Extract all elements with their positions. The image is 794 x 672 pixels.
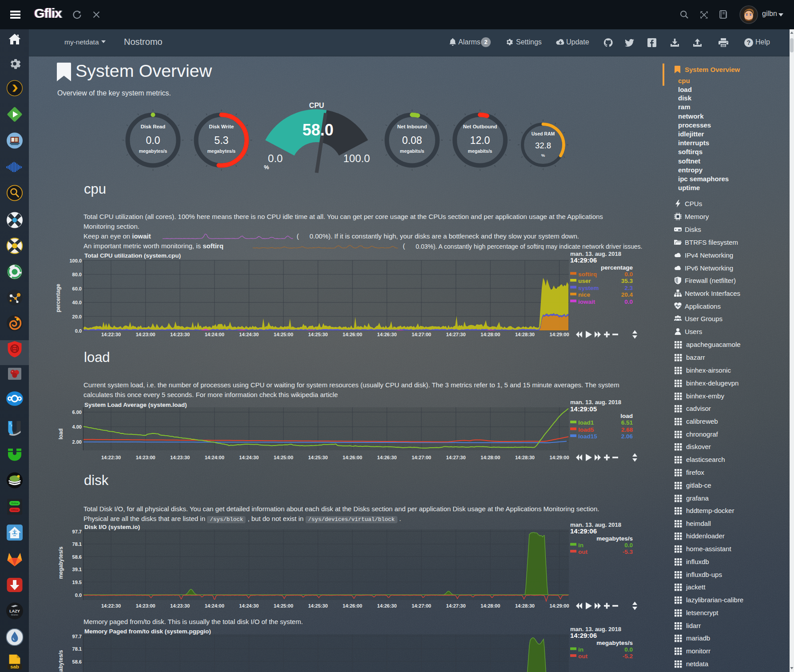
svg-text:-5.3: -5.3 bbox=[623, 549, 633, 555]
svg-text:Net Inbound: Net Inbound bbox=[397, 124, 427, 129]
svg-text:2.68: 2.68 bbox=[621, 426, 633, 433]
svg-text:2.00: 2.00 bbox=[72, 439, 82, 445]
svg-text:14:27:30: 14:27:30 bbox=[446, 455, 466, 460]
svg-text:percentage: percentage bbox=[55, 284, 61, 312]
svg-text:14:23:30: 14:23:30 bbox=[170, 603, 190, 608]
svg-text:14:28:00: 14:28:00 bbox=[480, 332, 500, 337]
svg-text:100.0: 100.0 bbox=[343, 152, 370, 164]
svg-text:14:23:00: 14:23:00 bbox=[136, 603, 155, 608]
svg-text:Net Outbound: Net Outbound bbox=[463, 124, 497, 129]
svg-text:6.00: 6.00 bbox=[72, 410, 82, 415]
svg-text:0.08: 0.08 bbox=[402, 135, 422, 146]
svg-text:in: in bbox=[578, 646, 584, 653]
svg-text:100.0: 100.0 bbox=[69, 258, 82, 263]
svg-text:megabytes/s: megabytes/s bbox=[58, 546, 64, 579]
svg-text:2.06: 2.06 bbox=[621, 433, 633, 440]
svg-text:58.6: 58.6 bbox=[72, 554, 82, 560]
svg-text:sab: sab bbox=[10, 664, 19, 669]
svg-text:20.4: 20.4 bbox=[621, 291, 633, 298]
svg-text:14:23:00: 14:23:00 bbox=[136, 455, 155, 460]
svg-text:14:27:30: 14:27:30 bbox=[446, 603, 466, 608]
svg-text:14:25:30: 14:25:30 bbox=[308, 455, 328, 460]
svg-text:in: in bbox=[578, 542, 584, 549]
svg-text:14:29:00: 14:29:00 bbox=[550, 455, 569, 460]
svg-text:14:26:00: 14:26:00 bbox=[343, 603, 362, 608]
svg-text:iowait: iowait bbox=[578, 298, 596, 305]
svg-text:39.1: 39.1 bbox=[72, 567, 82, 572]
svg-text:14:23:00: 14:23:00 bbox=[136, 332, 155, 337]
svg-text:6.51: 6.51 bbox=[621, 419, 633, 426]
svg-text:97.7: 97.7 bbox=[72, 634, 82, 639]
svg-text:14:25:30: 14:25:30 bbox=[308, 603, 328, 608]
svg-text:14:29:00: 14:29:00 bbox=[550, 603, 569, 608]
svg-text:14:24:30: 14:24:30 bbox=[239, 603, 259, 608]
svg-text:0.0: 0.0 bbox=[624, 646, 633, 653]
svg-text:14:28:30: 14:28:30 bbox=[515, 603, 535, 608]
svg-text:14:24:00: 14:24:00 bbox=[205, 332, 224, 337]
svg-text:14:23:30: 14:23:30 bbox=[170, 455, 190, 460]
svg-text:14:28:00: 14:28:00 bbox=[480, 455, 500, 460]
svg-text:12.0: 12.0 bbox=[470, 135, 490, 146]
svg-text:4.00: 4.00 bbox=[72, 424, 82, 429]
svg-text:system: system bbox=[578, 285, 599, 291]
svg-text:32.8: 32.8 bbox=[535, 141, 551, 150]
svg-text:14:27:30: 14:27:30 bbox=[446, 332, 466, 337]
svg-text:14:29:00: 14:29:00 bbox=[550, 332, 569, 337]
svg-text:14:26:00: 14:26:00 bbox=[343, 332, 362, 337]
svg-text:Online: Online bbox=[11, 502, 18, 505]
svg-text:2.3: 2.3 bbox=[624, 285, 633, 291]
svg-text:megabytes/s: megabytes/s bbox=[596, 640, 633, 646]
svg-text:14:24:00: 14:24:00 bbox=[205, 603, 224, 608]
svg-text:Disk Write: Disk Write bbox=[209, 124, 234, 129]
svg-text:14:27:00: 14:27:00 bbox=[412, 603, 431, 608]
svg-text:14:27:00: 14:27:00 bbox=[412, 332, 431, 337]
svg-text:0.0: 0.0 bbox=[268, 152, 282, 164]
svg-text:58.0: 58.0 bbox=[302, 121, 333, 139]
svg-text:CPU: CPU bbox=[309, 102, 324, 109]
svg-text:megabytes/s: megabytes/s bbox=[596, 535, 633, 542]
svg-text:out: out bbox=[578, 549, 588, 555]
svg-text:0.0: 0.0 bbox=[146, 135, 160, 146]
svg-text:megabytes/s: megabytes/s bbox=[58, 650, 64, 672]
svg-text:megabytes/s: megabytes/s bbox=[139, 148, 167, 154]
svg-text:nice: nice bbox=[578, 291, 591, 298]
svg-text:58.6: 58.6 bbox=[72, 659, 82, 664]
svg-text:0.0: 0.0 bbox=[624, 271, 633, 278]
svg-text:19.5: 19.5 bbox=[72, 580, 82, 585]
svg-text:97.7: 97.7 bbox=[72, 529, 82, 534]
svg-text:14:22:30: 14:22:30 bbox=[101, 332, 121, 337]
svg-text:?: ? bbox=[747, 39, 751, 46]
svg-text:14:29:06: 14:29:06 bbox=[570, 632, 597, 639]
svg-text:80.0: 80.0 bbox=[72, 272, 82, 277]
svg-text:35.3: 35.3 bbox=[621, 278, 633, 284]
svg-text:out: out bbox=[578, 653, 588, 660]
svg-text:78.1: 78.1 bbox=[72, 541, 82, 547]
svg-text:14:24:00: 14:24:00 bbox=[205, 455, 224, 460]
svg-text:0.0: 0.0 bbox=[75, 328, 82, 334]
svg-text:load1: load1 bbox=[578, 419, 594, 426]
svg-text:megabytes/s: megabytes/s bbox=[207, 148, 236, 154]
svg-text:14:24:30: 14:24:30 bbox=[239, 332, 259, 337]
svg-text:14:29:06: 14:29:06 bbox=[570, 256, 597, 264]
svg-text:14:26:30: 14:26:30 bbox=[377, 455, 397, 460]
svg-text:%: % bbox=[541, 153, 545, 158]
svg-text:14:25:00: 14:25:00 bbox=[274, 603, 293, 608]
svg-text:percentage: percentage bbox=[601, 264, 633, 271]
svg-text:%: % bbox=[264, 164, 269, 171]
svg-text:14:28:30: 14:28:30 bbox=[515, 455, 535, 460]
svg-text:user: user bbox=[578, 278, 591, 284]
svg-text:14:25:00: 14:25:00 bbox=[274, 455, 293, 460]
svg-text:14:28:30: 14:28:30 bbox=[515, 332, 535, 337]
svg-text:5.3: 5.3 bbox=[214, 135, 229, 146]
svg-text:14:29:05: 14:29:05 bbox=[570, 405, 597, 413]
svg-text:0.0: 0.0 bbox=[624, 542, 633, 549]
svg-text:softirq: softirq bbox=[578, 271, 597, 278]
svg-text:-5.2: -5.2 bbox=[623, 653, 633, 660]
svg-text:14:28:00: 14:28:00 bbox=[480, 603, 500, 608]
svg-text:14:25:30: 14:25:30 bbox=[308, 332, 328, 337]
svg-text:0.0: 0.0 bbox=[75, 592, 82, 598]
svg-text:14:22:30: 14:22:30 bbox=[101, 455, 121, 460]
svg-text:megabits/s: megabits/s bbox=[400, 148, 425, 154]
svg-text:14:29:06: 14:29:06 bbox=[570, 527, 597, 535]
svg-text:load15: load15 bbox=[578, 433, 597, 440]
